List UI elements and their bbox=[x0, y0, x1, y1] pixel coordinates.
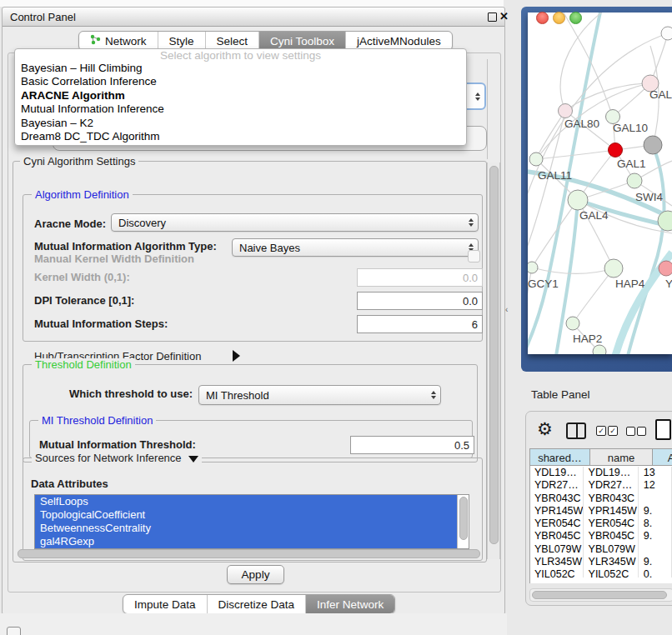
attribute-item[interactable]: TopologicalCoefficient bbox=[35, 508, 461, 522]
table-row[interactable]: YPR145WYPR145W9. bbox=[529, 505, 672, 518]
network-node[interactable] bbox=[659, 261, 672, 276]
table-row[interactable]: YBL079WYBL079W bbox=[529, 543, 672, 556]
algorithm-option[interactable]: Bayesian – Hill Climbing bbox=[15, 62, 466, 75]
network-node[interactable] bbox=[568, 190, 588, 210]
tab-label: Discretize Data bbox=[218, 598, 295, 611]
tab-jactivemnodules[interactable]: jActiveMNodules bbox=[346, 32, 452, 50]
network-node[interactable] bbox=[609, 143, 623, 158]
attribute-item[interactable]: BetweennessCentrality bbox=[35, 522, 461, 535]
network-node[interactable] bbox=[593, 345, 606, 354]
tab-cyni-toolbox[interactable]: Cyni Toolbox bbox=[259, 32, 346, 50]
manual-kernel-checkbox[interactable] bbox=[468, 250, 480, 262]
table-cell: YBR043C bbox=[584, 492, 639, 505]
tab-network[interactable]: Network bbox=[79, 32, 158, 50]
minimize-window-button[interactable] bbox=[553, 12, 565, 24]
tab-label: Style bbox=[169, 35, 194, 48]
tab-label: Infer Network bbox=[317, 598, 384, 611]
close-window-button[interactable] bbox=[536, 12, 549, 24]
tab-select[interactable]: Select bbox=[206, 32, 260, 50]
which-threshold-value: MI Threshold bbox=[199, 389, 427, 402]
kernel-width-label: Kernel Width (0,1): bbox=[34, 268, 130, 287]
column-header-2[interactable]: name bbox=[590, 448, 653, 466]
float-window-icon[interactable] bbox=[488, 12, 497, 22]
table-row[interactable]: YER054CYER054C8. bbox=[529, 518, 672, 530]
columns-icon[interactable] bbox=[566, 422, 586, 439]
deselect-checkbox-icon[interactable] bbox=[626, 427, 635, 436]
list-scrollbar-track[interactable] bbox=[457, 495, 469, 548]
table-cell: YDL19… bbox=[529, 467, 584, 479]
export-table-icon[interactable] bbox=[655, 419, 671, 440]
kernel-width-field[interactable]: 0.0 bbox=[357, 268, 483, 287]
network-node[interactable] bbox=[566, 317, 579, 330]
table-rows: YDL19…YDL19…13YDR27…YDR27…12YBR043CYBR04… bbox=[529, 467, 672, 578]
tab-style[interactable]: Style bbox=[158, 32, 206, 50]
hub-expand-icon[interactable] bbox=[233, 350, 240, 362]
data-attributes-list[interactable]: SelfLoopsTopologicalCoefficientBetweenne… bbox=[34, 494, 469, 549]
splitter-handle[interactable]: ‹ bbox=[505, 305, 508, 314]
mi-type-combo[interactable]: Naive Bayes bbox=[232, 238, 479, 257]
gear-icon[interactable]: ⚙ bbox=[537, 419, 553, 439]
network-node[interactable] bbox=[661, 27, 672, 40]
cyni-settings-title: Cyni Algorithm Settings bbox=[20, 155, 138, 168]
settings-hscrollbar-thumb[interactable] bbox=[18, 549, 480, 558]
dpi-tolerance-field[interactable]: 0.0 bbox=[357, 292, 483, 310]
column-header-3[interactable]: A bbox=[653, 448, 672, 466]
select-all-checkbox-icon2[interactable]: ✓ bbox=[608, 426, 618, 436]
attribute-item[interactable]: gal4RGexp bbox=[35, 535, 461, 548]
mi-steps-field[interactable]: 6 bbox=[357, 315, 483, 333]
node-label: GCY1 bbox=[528, 278, 559, 290]
algorithm-option[interactable]: Mutual Information Inference bbox=[15, 102, 466, 116]
zoom-window-button[interactable] bbox=[569, 12, 582, 24]
network-node[interactable] bbox=[529, 152, 543, 166]
bottom-tab-discretize-data[interactable]: Discretize Data bbox=[208, 595, 307, 613]
network-node[interactable] bbox=[559, 104, 573, 118]
select-all-checkbox-icon[interactable]: ✓ bbox=[596, 426, 606, 436]
list-scrollbar-thumb[interactable] bbox=[459, 497, 468, 540]
table-row[interactable]: YLR345WYLR345W9. bbox=[529, 556, 672, 568]
mi-threshold-field[interactable]: 0.5 bbox=[350, 436, 474, 454]
deselect-checkbox-icon2[interactable] bbox=[637, 427, 646, 436]
table-row[interactable]: YDR27…YDR27…12 bbox=[529, 479, 672, 492]
table-row[interactable]: YBR043CYBR043C bbox=[529, 492, 672, 505]
control-panel-title: Control Panel bbox=[3, 11, 76, 23]
control-panel-titlebar: Control Panel bbox=[3, 8, 504, 27]
table-cell bbox=[639, 543, 672, 556]
network-canvas[interactable]: GALGAL80GAL10GAL1GAL11SWI4GAL4GCY1HAP4YH… bbox=[528, 12, 672, 354]
table-row[interactable]: YDL19…YDL19…13 bbox=[529, 467, 672, 479]
bottom-tab-infer-network[interactable]: Infer Network bbox=[306, 595, 394, 613]
column-header-1[interactable]: shared… bbox=[529, 448, 590, 466]
algorithm-option[interactable]: Dream8 DC_TDC Algorithm bbox=[15, 130, 466, 143]
table-cell: 13 bbox=[639, 467, 672, 479]
network-node[interactable] bbox=[604, 259, 623, 278]
network-node[interactable] bbox=[627, 173, 642, 188]
table-hscrollbar-track[interactable] bbox=[529, 588, 672, 602]
network-node[interactable] bbox=[528, 262, 538, 273]
tab-label: Cyni Toolbox bbox=[270, 35, 334, 48]
algorithm-definition-title: Algorithm Definition bbox=[32, 188, 133, 201]
node-label: GAL10 bbox=[613, 122, 648, 134]
close-icon[interactable]: ✕ bbox=[499, 12, 509, 22]
apply-button[interactable]: Apply bbox=[227, 565, 284, 584]
settings-vscrollbar-track[interactable] bbox=[487, 162, 500, 559]
minimized-panel-icon[interactable] bbox=[7, 627, 21, 635]
which-threshold-combo[interactable]: MI Threshold bbox=[198, 385, 441, 405]
table-row[interactable]: YIL052CYIL052C0. bbox=[529, 568, 672, 578]
algorithm-option[interactable]: Bayesian – K2 bbox=[15, 117, 466, 130]
network-node[interactable] bbox=[644, 136, 662, 154]
algorithm-option[interactable]: Basic Correlation Inference bbox=[15, 75, 466, 88]
table-row[interactable]: YBR045CYBR045C9. bbox=[529, 530, 672, 542]
algorithm-option[interactable]: ARACNE Algorithm bbox=[15, 89, 466, 102]
node-label: SWI4 bbox=[635, 191, 663, 203]
table-hscrollbar-thumb[interactable] bbox=[532, 591, 667, 599]
attribute-item[interactable]: SelfLoops bbox=[35, 495, 461, 508]
aracne-mode-combo[interactable]: Discovery bbox=[111, 213, 479, 232]
bottom-tab-impute-data[interactable]: Impute Data bbox=[123, 595, 208, 613]
table-cell: YLR345W bbox=[529, 556, 584, 568]
table-cell: YLR345W bbox=[584, 556, 639, 568]
node-label: GAL bbox=[649, 88, 672, 101]
settings-hscrollbar-track[interactable] bbox=[14, 548, 485, 559]
threshold-definition-title: Threshold Definition bbox=[32, 358, 135, 371]
sources-collapse-icon[interactable] bbox=[188, 456, 198, 462]
mi-type-value: Naive Bayes bbox=[233, 242, 464, 254]
settings-vscrollbar-thumb[interactable] bbox=[489, 166, 499, 544]
